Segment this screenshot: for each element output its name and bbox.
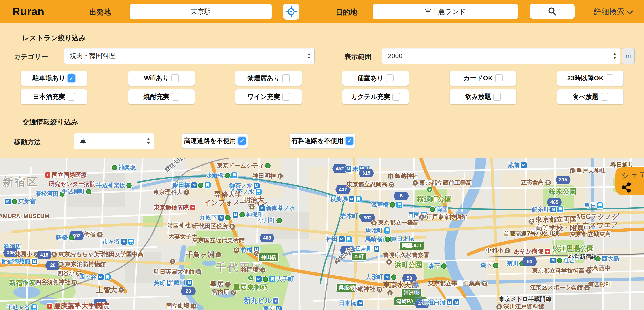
restaurant-filter-title: レストラン絞り込み bbox=[22, 33, 86, 43]
checkbox-unchecked[interactable] bbox=[392, 93, 400, 101]
pin-icon bbox=[198, 182, 204, 188]
filter-check-button[interactable]: カクテル充実 bbox=[342, 89, 409, 104]
metro-icon: M bbox=[454, 300, 459, 305]
map-label: 四谷小文 bbox=[57, 270, 82, 277]
map-label: 文 bbox=[170, 258, 177, 264]
filter-check-button[interactable]: 23時以降OK bbox=[557, 71, 624, 86]
map-canvas[interactable]: 神楽坂都営大江戸線東京ドームシティ452M末広町蔵前M春日通り∏亀戸天神社新宿区… bbox=[0, 158, 644, 310]
checkbox-unchecked[interactable] bbox=[68, 93, 75, 101]
pin-icon bbox=[112, 165, 117, 170]
map-label: 浜町公園 bbox=[394, 260, 422, 270]
metro-icon: M bbox=[5, 198, 11, 204]
map-label: 東京都立科学技術高文 bbox=[532, 267, 592, 275]
checkbox-unchecked[interactable] bbox=[495, 74, 503, 82]
map-label-text: 東京国立近代美術館 bbox=[192, 236, 245, 244]
map-label: M東新宿 bbox=[5, 198, 36, 205]
train-icon bbox=[396, 202, 402, 208]
metro-icon: M bbox=[339, 236, 344, 242]
landmark-icon: ∴ bbox=[260, 267, 266, 273]
map-label: 文東京都立蔵前工業高 bbox=[412, 179, 472, 187]
map-label-text: 465 bbox=[550, 199, 558, 205]
map-label: 東京都立城東高 bbox=[570, 230, 611, 238]
pin-icon bbox=[263, 276, 268, 282]
filter-check-button[interactable]: 個室あり bbox=[342, 71, 409, 86]
checkbox-unchecked[interactable] bbox=[171, 74, 179, 82]
map-label-text: 315 bbox=[559, 177, 567, 183]
map-label: 東京都立忍岡高文 bbox=[346, 180, 395, 188]
range-select[interactable]: 2000 bbox=[382, 48, 620, 64]
map-label-text: 東京都立科学技術高 bbox=[532, 267, 584, 275]
checkbox-checked[interactable]: ✓ bbox=[68, 74, 75, 82]
filter-check-button[interactable]: 高速道路を不使用✓ bbox=[182, 133, 248, 148]
checkbox-unchecked[interactable] bbox=[386, 74, 394, 82]
map-label: 新宿御苑前M bbox=[1, 258, 37, 265]
map-label-text: 国立劇場 bbox=[166, 302, 190, 310]
map-label-text: 新宿御苑 bbox=[9, 278, 37, 288]
filter-check-button[interactable]: カードOK bbox=[450, 71, 516, 86]
destination-input[interactable] bbox=[372, 4, 518, 19]
map-label-text: 新宿御苑前 bbox=[1, 258, 30, 265]
checkbox-unchecked[interactable] bbox=[172, 93, 179, 101]
map-label: 秋葉原M bbox=[330, 195, 362, 203]
map-label-text: AGCテクノグ bbox=[575, 212, 619, 221]
map-label-text: 東京 bbox=[263, 305, 274, 310]
departure-input[interactable] bbox=[130, 4, 272, 19]
filter-check-button[interactable]: 禁煙席あり bbox=[235, 71, 302, 86]
map-label-text: 6 bbox=[400, 193, 402, 199]
filter-check-button[interactable]: 駐車場あり✓ bbox=[20, 71, 87, 86]
map-label-text: 50 bbox=[527, 259, 532, 264]
school-icon: 文 bbox=[170, 258, 176, 264]
map-label-text: 大手町 bbox=[276, 275, 294, 283]
filter-check-button[interactable]: 焼酎充実 bbox=[128, 89, 195, 104]
filter-check-label: 有料道路を不使用 bbox=[292, 136, 344, 146]
map-label: ⊗ bbox=[386, 259, 393, 265]
metro-icon: M bbox=[550, 258, 556, 264]
filter-check-button[interactable]: 日本酒充実 bbox=[20, 89, 87, 104]
filter-panel: レストラン絞り込み カテゴリー 焼肉・韓国料理 表示範囲 2000 m 駐車場あ… bbox=[0, 24, 644, 158]
checkbox-unchecked[interactable] bbox=[606, 74, 613, 82]
torii-icon: ∏ bbox=[387, 290, 393, 296]
category-select[interactable]: 焼肉・韓国料理 bbox=[64, 48, 314, 64]
map-label: AMURAI MUSEUM bbox=[0, 213, 50, 220]
filter-check-button[interactable]: 飲み放題 bbox=[450, 89, 516, 104]
map-label-text: 小川町 bbox=[258, 216, 275, 224]
pin-icon bbox=[240, 212, 245, 218]
locate-button[interactable] bbox=[283, 4, 299, 20]
map-label: M住吉 bbox=[550, 256, 575, 264]
checkbox-unchecked[interactable] bbox=[600, 93, 608, 101]
share-button[interactable]: シェア bbox=[616, 167, 644, 195]
checkbox-unchecked[interactable] bbox=[282, 93, 290, 101]
filter-check-button[interactable]: ワイン充実 bbox=[235, 89, 302, 104]
map-label: +国立国際医療 bbox=[45, 171, 87, 179]
map-label-text: 東京ドームシティ bbox=[217, 162, 264, 170]
checkbox-unchecked[interactable] bbox=[493, 93, 501, 101]
train-icon bbox=[31, 304, 37, 310]
method-select[interactable]: 車 bbox=[74, 133, 154, 150]
search-button[interactable] bbox=[530, 4, 575, 18]
metro-icon: M bbox=[232, 212, 238, 218]
detail-search-toggle[interactable]: 詳細検索 bbox=[594, 7, 632, 17]
checkbox-unchecked[interactable] bbox=[282, 74, 290, 82]
map-label-text: 東新宿 bbox=[18, 198, 36, 205]
checkbox-checked[interactable]: ✓ bbox=[238, 137, 246, 145]
map-label-text: 若松河田 bbox=[35, 190, 58, 198]
map-label-text: AMURAI MUSEUM bbox=[0, 213, 50, 220]
map-label-text: 第四砂町 bbox=[588, 281, 611, 288]
map-label-text: 半蔵門 bbox=[168, 279, 185, 286]
train-icon bbox=[231, 172, 237, 178]
map-label: ♣ bbox=[427, 186, 434, 192]
map-label: 第四砂町 bbox=[588, 281, 611, 288]
checkbox-checked[interactable]: ✓ bbox=[346, 137, 353, 145]
filter-check-button[interactable]: 食べ放題 bbox=[557, 89, 624, 104]
map-label: 両国 bbox=[430, 205, 448, 213]
map-label: 東京ドームシティ bbox=[217, 162, 270, 170]
map-label-text: 皇居東御苑 bbox=[233, 282, 268, 292]
shop-icon: ◆ bbox=[273, 298, 278, 304]
map-label-text: 千鳥ヶ淵 bbox=[186, 250, 214, 260]
map-label: 新宿御苑 bbox=[9, 278, 37, 288]
map-label: 418 bbox=[37, 251, 52, 259]
school-icon: 文 bbox=[482, 280, 488, 287]
filter-check-button[interactable]: Wifiあり bbox=[128, 71, 195, 86]
filter-check-button[interactable]: 有料道路を不使用✓ bbox=[290, 133, 355, 148]
map-label: 血東京消防博物館 bbox=[58, 260, 106, 268]
